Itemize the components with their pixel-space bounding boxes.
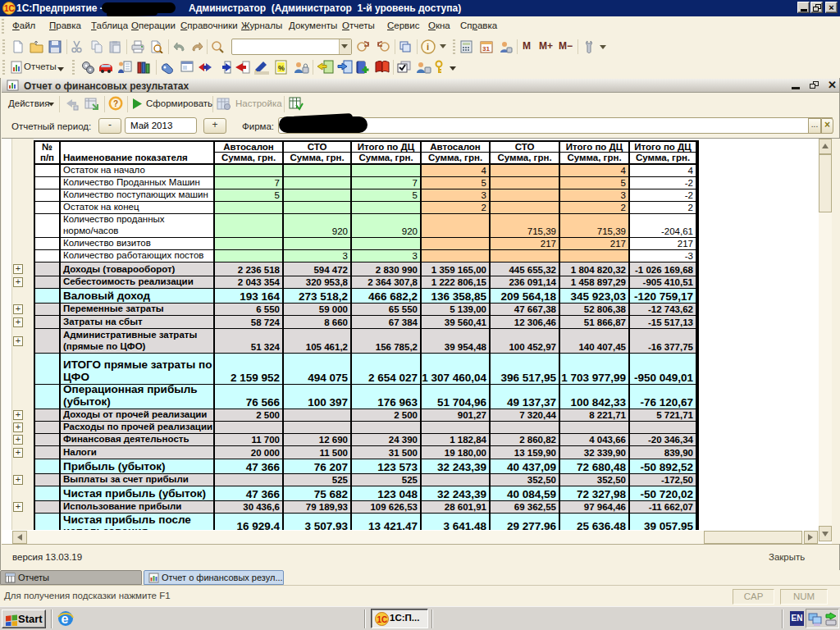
svg-text:31: 31 [482, 45, 490, 52]
svg-text:%: % [278, 64, 285, 72]
svg-text:1С: 1С [377, 615, 388, 624]
svg-text:1С: 1С [4, 4, 15, 13]
svg-text:i: i [427, 42, 429, 52]
svg-text:?: ? [113, 99, 118, 108]
